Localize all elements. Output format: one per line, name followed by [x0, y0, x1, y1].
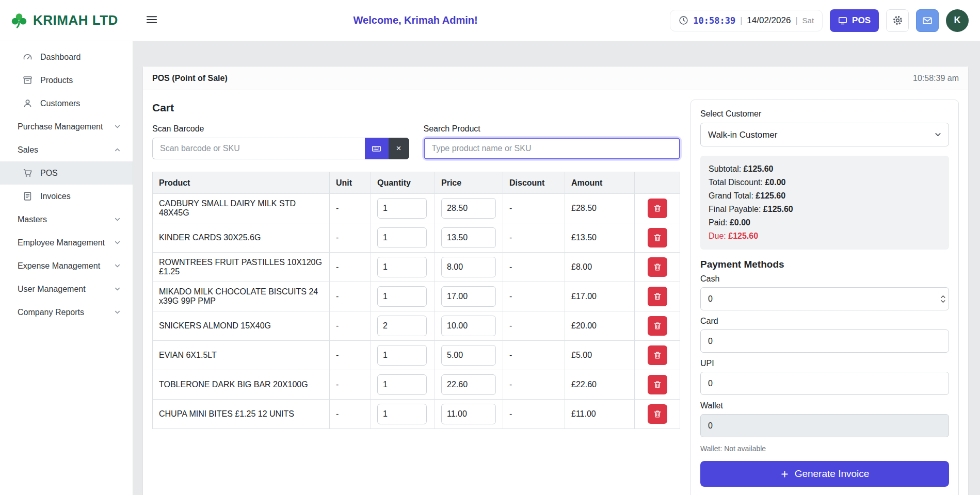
checkout-panel: Select Customer Walk-in Customer Subtota… [690, 100, 959, 495]
page-title-bar: POS (Point of Sale) 10:58:39 am [143, 67, 968, 90]
chevron-down-icon [114, 285, 121, 293]
unit-cell: - [330, 223, 371, 253]
upi-label: UPI [700, 359, 949, 368]
discount-cell: - [503, 400, 565, 429]
cash-amount-input[interactable] [700, 287, 949, 310]
price-input[interactable] [441, 227, 496, 248]
pos-mode-button[interactable]: POS [830, 9, 879, 32]
discount-cell: - [503, 311, 565, 341]
trash-icon [653, 292, 662, 301]
sidebar-item-pos[interactable]: POS [0, 161, 133, 185]
product-search-input[interactable] [424, 138, 681, 159]
delete-row-button[interactable] [648, 199, 667, 218]
sidebar-item-company-reports[interactable]: Company Reports [0, 301, 133, 324]
sidebar-item-sales[interactable]: Sales [0, 138, 133, 161]
upi-amount-input[interactable] [700, 372, 949, 395]
app-header: KRIMAH LTD Welcome, Krimah Admin! 10:58:… [0, 0, 980, 41]
unit-cell: - [330, 370, 371, 400]
quantity-input[interactable] [377, 404, 427, 424]
sidebar-item-employee-management[interactable]: Employee Management [0, 231, 133, 254]
spinner-icon[interactable] [940, 294, 946, 304]
product-name-cell: MIKADO MILK CHOCOLATE BISCUITS 24 x39G 9… [153, 282, 330, 311]
payment-method-card: Card [700, 317, 949, 353]
sidebar-item-dashboard[interactable]: Dashboard [0, 45, 133, 69]
sidebar-item-label: Customers [40, 99, 80, 108]
delete-row-button[interactable] [648, 316, 667, 336]
settings-button[interactable] [886, 9, 909, 32]
delete-row-button[interactable] [648, 257, 667, 277]
product-name-cell: EVIAN 6X1.5LT [153, 341, 330, 370]
sidebar-item-products[interactable]: Products [0, 69, 133, 92]
quantity-input[interactable] [377, 345, 427, 366]
column-header: Discount [503, 172, 565, 194]
product-name-cell: ROWNTREES FRUIT PASTILLES 10X120G £1.25 [153, 253, 330, 282]
summary-line-subtotal: Subtotal: £125.60 [709, 162, 941, 176]
clear-barcode-button[interactable]: × [389, 138, 409, 159]
messages-button[interactable] [916, 9, 939, 32]
quantity-input[interactable] [377, 316, 427, 336]
amount-cell: £22.60 [565, 370, 635, 400]
gauge-icon [23, 52, 33, 62]
sidebar-item-label: POS [40, 169, 58, 178]
quantity-input[interactable] [377, 286, 427, 307]
quantity-input[interactable] [377, 374, 427, 395]
unit-cell: - [330, 282, 371, 311]
column-header: Price [435, 172, 503, 194]
summary-line-final-payable: Final Payable: £125.60 [709, 203, 941, 216]
quantity-input[interactable] [377, 257, 427, 277]
price-input[interactable] [441, 345, 496, 366]
sidebar-nav: DashboardProductsCustomersPurchase Manag… [0, 45, 133, 324]
delete-row-button[interactable] [648, 375, 667, 394]
sidebar-item-invoices[interactable]: Invoices [0, 185, 133, 208]
pos-button-label: POS [852, 15, 871, 26]
price-input[interactable] [441, 198, 496, 219]
price-input[interactable] [441, 374, 496, 395]
customer-select[interactable]: Walk-in Customer [700, 123, 949, 146]
unit-cell: - [330, 341, 371, 370]
price-input[interactable] [441, 257, 496, 277]
generate-invoice-button[interactable]: Generate Invoice [700, 461, 949, 487]
sidebar-item-user-management[interactable]: User Management [0, 277, 133, 301]
trash-icon [653, 351, 662, 360]
cart-icon [23, 168, 33, 178]
invoice-icon [23, 191, 33, 201]
table-row: TOBLERONE DARK BIG BAR 20X100G--£22.60 [153, 370, 680, 400]
sidebar-item-label: Company Reports [18, 308, 84, 317]
sidebar-item-label: Dashboard [40, 53, 81, 62]
summary-line-paid: Paid: £0.00 [709, 216, 941, 229]
sidebar-item-label: Employee Management [18, 238, 105, 248]
page-title: POS (Point of Sale) [152, 74, 228, 83]
sidebar-item-label: Invoices [40, 192, 71, 201]
cart-table-body: CADBURY SMALL DAIRY MILK STD 48X45G--£28… [153, 194, 680, 429]
quantity-input[interactable] [377, 227, 427, 248]
delete-row-button[interactable] [648, 404, 667, 424]
unit-cell: - [330, 253, 371, 282]
user-avatar[interactable]: K [946, 9, 969, 32]
barcode-input[interactable] [152, 138, 365, 159]
delete-row-button[interactable] [648, 345, 667, 365]
column-header: Unit [330, 172, 371, 194]
sidebar-toggle-button[interactable] [142, 10, 161, 30]
cart-table: ProductUnitQuantityPriceDiscountAmount C… [152, 172, 680, 429]
trash-icon [653, 380, 662, 389]
payment-method-cash: Cash [700, 274, 949, 310]
cart-heading: Cart [152, 102, 680, 114]
price-input[interactable] [441, 316, 496, 336]
product-name-cell: CADBURY SMALL DAIRY MILK STD 48X45G [153, 194, 330, 223]
sidebar-item-purchase-management[interactable]: Purchase Management [0, 115, 133, 138]
box-icon [23, 75, 33, 85]
card-amount-input[interactable] [700, 329, 949, 353]
delete-row-button[interactable] [648, 287, 667, 306]
column-header: Quantity [371, 172, 435, 194]
scanner-button[interactable] [365, 138, 389, 159]
sidebar-item-masters[interactable]: Masters [0, 208, 133, 231]
quantity-input[interactable] [377, 198, 427, 219]
select-customer-label: Select Customer [700, 109, 949, 119]
delete-row-button[interactable] [648, 228, 667, 248]
table-row: KINDER CARDS 30X25.6G--£13.50 [153, 223, 680, 253]
price-input[interactable] [441, 404, 496, 424]
discount-cell: - [503, 370, 565, 400]
price-input[interactable] [441, 286, 496, 307]
sidebar-item-expense-management[interactable]: Expense Management [0, 254, 133, 277]
sidebar-item-customers[interactable]: Customers [0, 92, 133, 115]
